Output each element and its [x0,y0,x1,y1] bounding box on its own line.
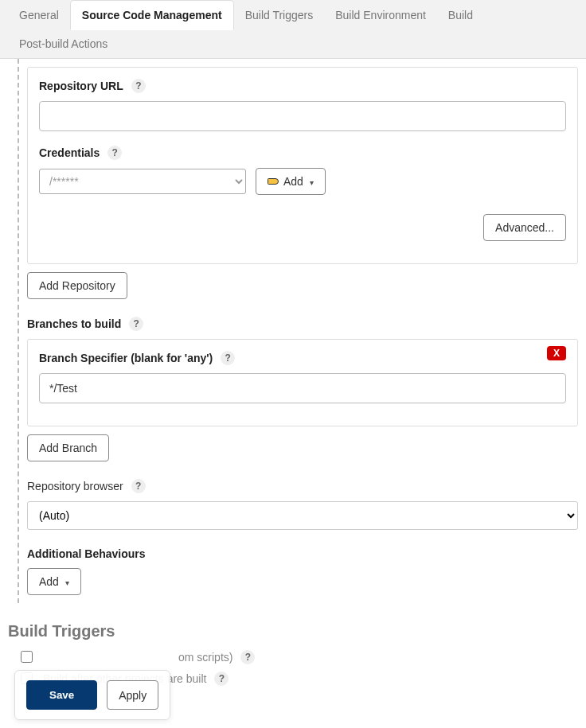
help-icon[interactable]: ? [221,351,235,365]
repository-url-input[interactable] [39,101,566,131]
key-icon [268,178,279,185]
repository-url-label: Repository URL ? [39,79,566,93]
trigger-remote-row: hidden behind bar om scripts) ? [8,648,578,665]
add-repository-button[interactable]: Add Repository [27,272,127,299]
credentials-text: Credentials [39,146,100,159]
branch-specifier-text: Branch Specifier (blank for 'any') [39,352,213,364]
help-icon[interactable]: ? [214,672,229,686]
config-tabs: General Source Code Management Build Tri… [0,0,586,59]
advanced-button[interactable]: Advanced... [483,214,566,241]
help-icon[interactable]: ? [240,650,255,664]
save-button[interactable]: Save [26,680,97,710]
help-icon[interactable]: ? [131,79,146,93]
repository-url-text: Repository URL [39,80,123,92]
tab-post-build-actions[interactable]: Post-build Actions [8,29,119,58]
branches-label-text: Branches to build [27,317,121,330]
repository-browser-label: Repository browser ? [27,479,578,493]
repository-browser-text: Repository browser [27,480,123,492]
help-icon[interactable]: ? [131,479,146,493]
branch-panel: X Branch Specifier (blank for 'any') ? [27,339,578,426]
chevron-down-icon [64,575,69,588]
trigger-remote-label: om scripts) [178,651,232,664]
add-credentials-button[interactable]: Add [256,168,326,195]
branch-specifier-input[interactable] [39,373,566,403]
save-apply-bar: Save Apply [14,670,170,715]
credentials-row: /****** Add [39,168,566,195]
build-triggers-heading: Build Triggers [8,622,578,640]
repository-browser-select[interactable]: (Auto) [27,501,578,530]
help-icon[interactable]: ? [129,317,143,331]
tab-build-environment[interactable]: Build Environment [324,1,437,29]
repository-panel: Repository URL ? Credentials ? /****** A… [27,67,578,264]
additional-behaviours-label: Additional Behaviours [27,547,578,560]
help-icon[interactable]: ? [107,146,122,160]
tab-build[interactable]: Build [437,1,484,29]
delete-branch-button[interactable]: X [547,346,566,360]
add-branch-button[interactable]: Add Branch [27,434,109,461]
branches-to-build-label: Branches to build ? [27,317,578,331]
apply-button[interactable]: Apply [107,680,158,710]
additional-behaviours-text: Additional Behaviours [27,547,146,560]
tab-build-triggers[interactable]: Build Triggers [234,1,325,29]
tab-general[interactable]: General [8,1,70,29]
credentials-label: Credentials ? [39,146,566,160]
branch-specifier-label: Branch Specifier (blank for 'any') ? [39,351,566,365]
add-behaviour-label: Add [39,575,59,588]
tab-scm[interactable]: Source Code Management [70,0,234,30]
credentials-select[interactable]: /****** [39,169,246,194]
scm-section: Repository URL ? Credentials ? /****** A… [18,59,578,603]
add-credentials-label: Add [283,175,303,188]
trigger-remote-checkbox[interactable] [21,651,33,663]
chevron-down-icon [308,175,314,188]
add-behaviour-button[interactable]: Add [27,568,81,595]
